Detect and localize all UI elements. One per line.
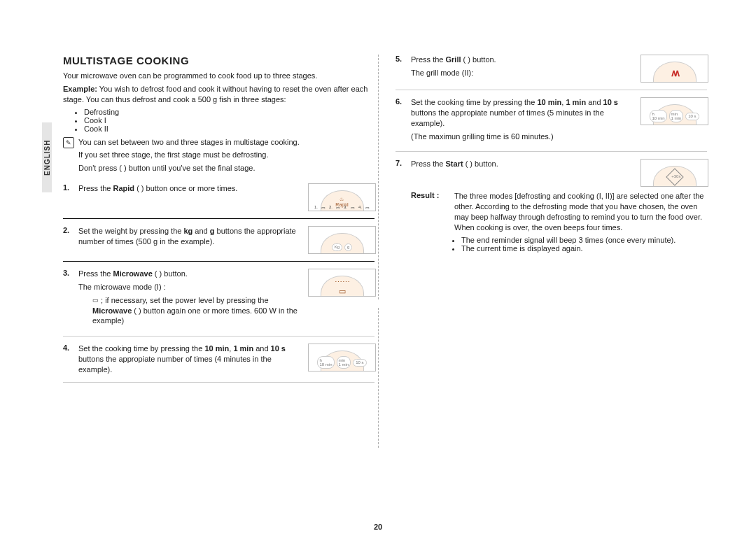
txt: (The maximun grilling time is 60 minutes… [411, 132, 635, 142]
step-number: 1. [63, 183, 73, 192]
step-text: Set the weight by pressing the kg and g … [78, 226, 302, 247]
1min-icon: min 1 min [669, 110, 684, 122]
result-block: Result : The three modes [defrosting and… [396, 191, 707, 253]
illus-box: h 10 min min 1 min 10 s [640, 97, 708, 125]
step-5: 5. Press the Grill ( ) button. The grill… [396, 55, 707, 83]
page-content: MULTISTAGE COOKING Your microwave oven c… [63, 55, 707, 383]
step-3: 3. Press the Microwave ( ) button. The m… [63, 269, 374, 329]
illustration: h 10 min min 1 min 10 s [308, 344, 374, 371]
txt: Press the [411, 55, 446, 64]
step-text: Set the cooking time by pressing the 10 … [78, 344, 302, 375]
step-2: 2. Set the weight by pressing the kg and… [63, 226, 374, 254]
10s-icon: 10 s [353, 359, 366, 367]
txt: Microwave [92, 306, 132, 315]
step-7: 7. Press the Start ( ) button. +30s [396, 159, 707, 187]
illus-box: ⋯⋯▭ [308, 269, 376, 297]
microwave-icon: ▭ [92, 296, 99, 304]
divider [63, 261, 374, 262]
start-icon: +30s [666, 169, 683, 186]
illustration: ⋯⋯▭ [308, 269, 374, 297]
left-column: MULTISTAGE COOKING Your microwave oven c… [63, 55, 374, 383]
txt: Set the cooking time by pressing the [78, 344, 204, 353]
divider [396, 151, 707, 152]
txt: The three modes [defrosting and cooking … [454, 191, 707, 232]
illustration: h 10 min min 1 min 10 s [640, 97, 707, 125]
txt: ( ) button. [153, 269, 188, 278]
stage-list: Defrosting Cook I Cook II [84, 108, 374, 133]
illustration: ♨Rapid 1.▭ 2.▭ 3.▭ 4.▭ [308, 183, 374, 211]
illus-box: ♨Rapid 1.▭ 2.▭ 3.▭ 4.▭ [308, 183, 376, 211]
10min-icon: h 10 min [317, 356, 334, 369]
example-text: You wish to defrost food and cook it wit… [63, 85, 368, 104]
step-4: 4. Set the cooking time by pressing the … [63, 344, 374, 375]
step-number: 6. [396, 97, 405, 106]
txt: 10 min [537, 98, 561, 106]
list-item: The end reminder signal will beep 3 time… [461, 236, 707, 244]
note-line: Don't press ( ) button until you've set … [78, 163, 300, 174]
list-item: Cook I [84, 116, 374, 125]
illustration: Kg g [308, 226, 374, 254]
txt: buttons the appropiate number of times (… [411, 108, 604, 127]
note-block: ✎ You can set between two and three stag… [63, 137, 374, 177]
list-item: Cook II [84, 125, 374, 133]
step-text: Press the Microwave ( ) button. The micr… [78, 269, 302, 329]
divider [63, 336, 374, 337]
step-1: 1. Press the Rapid ( ) button once or mo… [63, 183, 374, 211]
txt: Press the [78, 269, 113, 278]
divider [63, 218, 374, 219]
illus-box: h 10 min min 1 min 10 s [308, 344, 376, 371]
buttons: Kg g [309, 243, 375, 251]
10s-icon: 10 s [685, 113, 699, 120]
txt: 10 s [603, 98, 618, 106]
result-list: The end reminder signal will beep 3 time… [461, 236, 707, 253]
txt: buttons the appropiate number of times (… [78, 355, 272, 374]
txt: ( ) button. [461, 55, 496, 64]
txt: kg [183, 227, 192, 235]
step-text: Press the Start ( ) button. [411, 159, 635, 169]
buttons: h 10 min min 1 min 10 s [641, 110, 708, 122]
txt: 10 s [271, 344, 286, 353]
step-number: 4. [63, 344, 73, 352]
txt: ; if necessary, set the power level by p… [101, 296, 268, 304]
microwave-icon: ⋯⋯▭ [335, 278, 350, 296]
g-button-icon: g [344, 243, 352, 251]
kg-button-icon: Kg [332, 243, 342, 251]
note-line: You can set between two and three stages… [78, 137, 300, 148]
intro-text: Your microwave oven can be programmed to… [63, 71, 374, 81]
divider [396, 90, 707, 90]
right-column: 5. Press the Grill ( ) button. The grill… [396, 55, 707, 383]
grill-icon: ʍ [671, 66, 678, 79]
txt: Press the [411, 160, 446, 168]
illus-box: ʍ [640, 55, 708, 83]
note-text: You can set between two and three stages… [78, 137, 300, 177]
txt: Press the [78, 184, 113, 192]
txt: and [192, 227, 209, 235]
example: Example: You wish to defrost food and co… [63, 84, 374, 105]
txt: Microwave [113, 269, 153, 278]
illus-bottom: 1.▭ 2.▭ 3.▭ 4.▭ [309, 205, 375, 210]
list-item: The current time is displayed again. [461, 244, 707, 253]
txt: 1 min [566, 98, 586, 106]
result-label: Result : [411, 191, 447, 253]
step-number: 2. [63, 226, 73, 234]
txt: and [253, 344, 270, 353]
txt: The grill mode (II): [411, 68, 635, 78]
txt: 10 min [204, 344, 229, 353]
result-text: The three modes [defrosting and cooking … [454, 191, 707, 253]
step-number: 3. [63, 269, 73, 277]
step-text: Set the cooking time by pressing the 10 … [411, 97, 635, 144]
example-label: Example: [63, 85, 97, 93]
list-item: Defrosting [84, 108, 374, 116]
buttons: h 10 min min 1 min 10 s [309, 356, 375, 369]
step-number: 5. [396, 55, 405, 63]
txt: Set the cooking time by pressing the [411, 98, 537, 106]
language-tab: ENGLISH [42, 122, 52, 192]
txt: Grill [446, 55, 461, 64]
illustration: ʍ [640, 55, 707, 83]
illus-box: +30s [640, 159, 708, 187]
divider [63, 382, 374, 383]
txt: Set the weight by pressing the [78, 227, 183, 235]
manual-page: ENGLISH MULTISTAGE COOKING Your microwav… [0, 0, 756, 552]
note-icon: ✎ [63, 137, 74, 148]
note-line: If you set three stage, the first stage … [78, 150, 300, 160]
